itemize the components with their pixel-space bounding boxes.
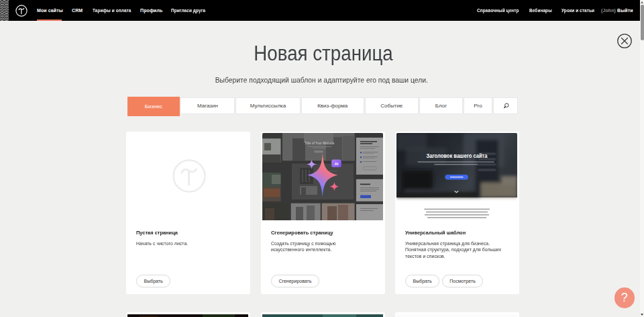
svg-text:AI: AI <box>335 162 339 166</box>
svg-text:Заголовок вашего сайта: Заголовок вашего сайта <box>427 152 488 159</box>
